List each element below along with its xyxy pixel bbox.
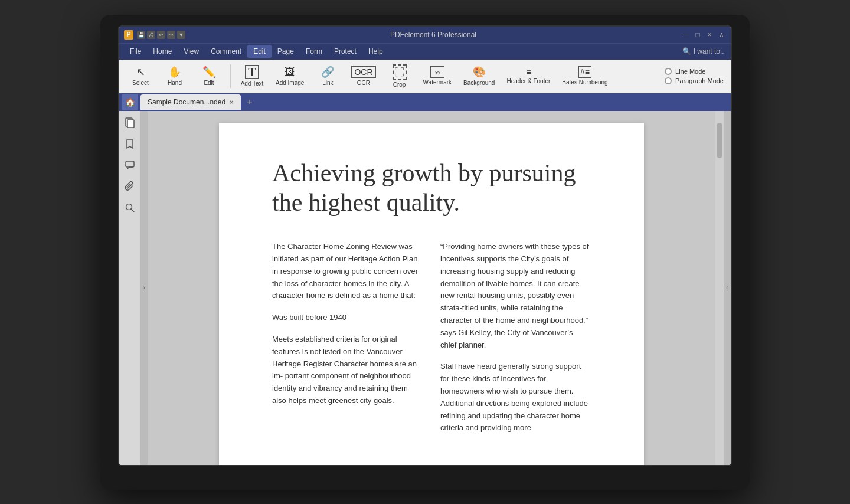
sidebar-pages-icon[interactable] xyxy=(123,116,137,130)
search-icon: 🔍 xyxy=(682,47,691,55)
app-title: PDFelement 6 Professional xyxy=(185,31,681,39)
tool-watermark[interactable]: ≋ Watermark xyxy=(419,64,457,88)
toolbar-section-mode: ↖ Select ✋ Hand ✏️ Edit xyxy=(124,63,225,89)
sidebar-attachments-icon[interactable] xyxy=(123,179,137,194)
tool-header-footer[interactable]: ≡ Header & Footer xyxy=(502,65,555,87)
document-columns: The Character Home Zoning Review was ini… xyxy=(272,241,591,444)
menu-edit[interactable]: Edit xyxy=(247,45,272,58)
home-icon: 🏠 xyxy=(125,97,135,107)
toolbar-mode-options: Line Mode Paragraph Mode xyxy=(662,66,726,87)
vertical-scrollbar[interactable] xyxy=(715,111,724,465)
tool-add-text[interactable]: T Add Text xyxy=(236,63,269,89)
doc-col2-p1: “Providing home owners with these types … xyxy=(440,241,591,351)
title-bar-quick-actions: 💾 🖨 ↩ ↪ ▼ xyxy=(137,31,185,39)
tab-close-button[interactable]: × xyxy=(229,97,234,107)
tool-crop[interactable]: ⛶ Crop xyxy=(383,62,416,90)
paragraph-mode-option[interactable]: Paragraph Mode xyxy=(665,77,724,84)
sidebar-bookmarks-icon[interactable] xyxy=(123,137,137,151)
tool-ocr[interactable]: OCR OCR xyxy=(346,63,380,89)
document-page: Achieving growth by pursuing the highest… xyxy=(219,123,644,465)
tabs-bar: 🏠 Sample Documen...nded × + xyxy=(119,93,731,111)
ocr-icon: OCR xyxy=(351,66,375,78)
document-column-1: The Character Home Zoning Review was ini… xyxy=(272,241,423,444)
text-icon: T xyxy=(245,65,259,79)
tool-edit[interactable]: ✏️ Edit xyxy=(192,63,225,89)
collapse-left-panel[interactable]: › xyxy=(140,111,148,465)
quick-save-icon[interactable]: 💾 xyxy=(137,31,145,39)
edit-icon: ✏️ xyxy=(202,66,215,78)
menu-form[interactable]: Form xyxy=(300,45,328,58)
edit-label: Edit xyxy=(204,80,214,86)
line-mode-label: Line Mode xyxy=(675,68,705,75)
background-icon: 🎨 xyxy=(473,66,486,78)
hand-label: Hand xyxy=(168,80,182,86)
add-image-label: Add Image xyxy=(276,80,304,86)
cursor-icon: ↖ xyxy=(136,66,145,78)
home-tab-button[interactable]: 🏠 xyxy=(122,94,138,110)
crop-label: Crop xyxy=(393,81,406,88)
watermark-icon: ≋ xyxy=(430,66,444,78)
add-tab-button[interactable]: + xyxy=(243,96,256,109)
collapse-button[interactable]: ∧ xyxy=(717,30,726,40)
crop-icon: ⛶ xyxy=(393,64,407,80)
doc-col2-p2: Staff have heard generally strong suppor… xyxy=(440,361,591,434)
paragraph-mode-radio[interactable] xyxy=(665,77,672,84)
link-label: Link xyxy=(322,80,333,86)
doc-col1-p1: The Character Home Zoning Review was ini… xyxy=(272,241,423,302)
sidebar xyxy=(119,111,140,465)
line-mode-radio[interactable] xyxy=(665,68,672,75)
background-label: Background xyxy=(463,80,495,86)
document-column-2: “Providing home owners with these types … xyxy=(440,241,591,444)
document-tab[interactable]: Sample Documen...nded × xyxy=(140,94,241,110)
document-title: Achieving growth by pursuing the highest… xyxy=(272,158,591,218)
menu-view[interactable]: View xyxy=(178,45,205,58)
svg-line-4 xyxy=(131,209,134,212)
tool-bates[interactable]: #≡ Bates Numbering xyxy=(557,64,612,88)
menu-file[interactable]: File xyxy=(124,45,147,58)
hand-icon: ✋ xyxy=(168,66,181,78)
menu-bar: File Home View Comment Edit Page Form Pr… xyxy=(119,43,731,60)
tool-hand[interactable]: ✋ Hand xyxy=(158,63,191,89)
toolbar-divider-1 xyxy=(230,64,231,88)
document-area: Achieving growth by pursuing the highest… xyxy=(148,111,715,465)
header-footer-label: Header & Footer xyxy=(506,78,550,84)
bates-icon: #≡ xyxy=(578,66,591,78)
sidebar-comments-icon[interactable] xyxy=(123,158,137,172)
main-area: › Achieving growth by pursuing the highe… xyxy=(119,111,731,465)
quick-print-icon[interactable]: 🖨 xyxy=(147,31,155,39)
tool-add-image[interactable]: 🖼 Add Image xyxy=(271,64,309,89)
doc-col1-p3: Meets established criteria for original … xyxy=(272,333,423,407)
scrollbar-thumb[interactable] xyxy=(717,123,722,158)
svg-rect-1 xyxy=(128,120,134,128)
window-controls: — □ × ∧ xyxy=(681,30,726,40)
collapse-right-panel[interactable]: ‹ xyxy=(724,111,731,465)
tool-background[interactable]: 🎨 Background xyxy=(459,63,499,89)
tab-label: Sample Documen...nded xyxy=(148,98,225,106)
sidebar-search-icon[interactable] xyxy=(123,201,137,215)
undo-icon[interactable]: ↩ xyxy=(157,31,165,39)
line-mode-option[interactable]: Line Mode xyxy=(665,68,724,75)
menu-help[interactable]: Help xyxy=(362,45,389,58)
menu-search[interactable]: 🔍 I want to... xyxy=(682,47,726,55)
select-label: Select xyxy=(132,80,149,86)
menu-comment[interactable]: Comment xyxy=(205,45,247,58)
customize-icon[interactable]: ▼ xyxy=(177,31,185,39)
menu-home[interactable]: Home xyxy=(147,45,178,58)
image-icon: 🖼 xyxy=(285,66,295,78)
menu-protect[interactable]: Protect xyxy=(328,45,362,58)
redo-icon[interactable]: ↪ xyxy=(167,31,175,39)
laptop-shell: P 💾 🖨 ↩ ↪ ▼ PDFelement 6 Professional — … xyxy=(100,15,750,490)
tool-select[interactable]: ↖ Select xyxy=(124,63,157,89)
toolbar: ↖ Select ✋ Hand ✏️ Edit T Add Text xyxy=(119,60,731,93)
app-icon: P xyxy=(124,30,133,40)
add-text-label: Add Text xyxy=(241,80,264,87)
ocr-label: OCR xyxy=(357,80,370,86)
search-label: I want to... xyxy=(694,47,726,55)
menu-page[interactable]: Page xyxy=(272,45,300,58)
link-icon: 🔗 xyxy=(321,66,334,78)
maximize-button[interactable]: □ xyxy=(693,30,702,40)
tool-link[interactable]: 🔗 Link xyxy=(311,63,344,89)
bates-label: Bates Numbering xyxy=(562,79,607,86)
minimize-button[interactable]: — xyxy=(681,30,691,40)
close-button[interactable]: × xyxy=(705,30,714,40)
